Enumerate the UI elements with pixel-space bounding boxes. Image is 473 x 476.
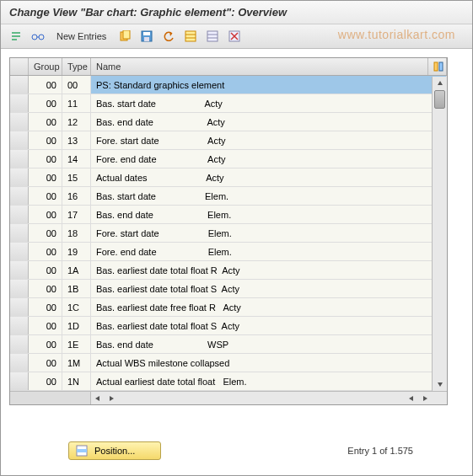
cell-group: 00 xyxy=(29,261,62,279)
row-selector[interactable] xyxy=(10,335,29,353)
vertical-scrollbar[interactable] xyxy=(432,77,447,391)
scroll-left-icon[interactable] xyxy=(91,392,105,404)
scroll-right-end-icon[interactable] xyxy=(418,392,432,404)
svg-rect-3 xyxy=(123,30,130,39)
cell-group: 00 xyxy=(29,335,62,353)
cell-name: Bas. earliest date total float S Acty xyxy=(91,280,447,297)
svg-point-0 xyxy=(32,35,37,40)
table-row[interactable]: 0019Fore. end date Elem. xyxy=(10,243,447,261)
cell-group: 00 xyxy=(29,372,62,390)
deselect-icon[interactable] xyxy=(204,28,221,45)
cell-name: Bas. end date Acty xyxy=(91,113,447,131)
cell-type: 1A xyxy=(62,261,91,279)
table-row[interactable]: 0018Fore. start date Elem. xyxy=(10,224,447,243)
cell-group: 00 xyxy=(29,168,62,186)
cell-group: 00 xyxy=(29,354,62,372)
footer-bar: Position... Entry 1 of 1.575 xyxy=(1,441,472,460)
data-table: Group Type Name 0000PS: Standard graphic… xyxy=(9,57,448,405)
position-button[interactable]: Position... xyxy=(68,441,161,460)
column-group[interactable]: Group xyxy=(29,58,62,75)
scroll-left-end-icon[interactable] xyxy=(405,392,418,404)
horizontal-scrollbar[interactable] xyxy=(10,391,447,404)
row-selector[interactable] xyxy=(10,113,29,131)
row-selector[interactable] xyxy=(10,354,29,372)
svg-point-1 xyxy=(39,35,44,40)
header-bar: Change View "Bar chart: Graphic element"… xyxy=(1,1,472,24)
svg-rect-13 xyxy=(77,449,87,452)
column-selector[interactable] xyxy=(10,58,29,75)
row-selector[interactable] xyxy=(10,317,29,334)
row-selector[interactable] xyxy=(10,94,29,112)
cell-name: Bas. earliest date total float R Acty xyxy=(91,261,447,279)
cell-name: Fore. start date Acty xyxy=(91,131,447,149)
table-row[interactable]: 0011Bas. start date Acty xyxy=(10,94,447,113)
toggle-icon[interactable] xyxy=(8,28,24,45)
column-type[interactable]: Type xyxy=(62,58,91,75)
table-row[interactable]: 0016Bas. start date Elem. xyxy=(10,187,447,206)
cell-name: Bas. end date WSP xyxy=(91,335,447,353)
cell-group: 00 xyxy=(29,317,62,334)
select-all-icon[interactable] xyxy=(182,28,199,45)
new-entries-button[interactable]: New Entries xyxy=(51,29,111,43)
cell-type: 00 xyxy=(62,76,91,94)
glasses-icon[interactable] xyxy=(30,28,46,45)
row-selector[interactable] xyxy=(10,280,29,297)
entry-count-text: Entry 1 of 1.575 xyxy=(347,446,413,456)
row-selector[interactable] xyxy=(10,76,29,94)
configure-columns-icon[interactable] xyxy=(428,58,447,75)
scroll-right-icon[interactable] xyxy=(105,392,118,404)
table-row[interactable]: 001NActual earliest date total float Ele… xyxy=(10,372,447,391)
cell-type: 14 xyxy=(62,150,91,168)
delete-icon[interactable] xyxy=(226,28,243,45)
save-icon[interactable] xyxy=(138,28,155,45)
row-selector[interactable] xyxy=(10,131,29,149)
row-selector[interactable] xyxy=(10,206,29,223)
scroll-thumb[interactable] xyxy=(434,90,445,109)
table-row[interactable]: 0014Fore. end date Acty xyxy=(10,150,447,168)
table-row[interactable]: 0000PS: Standard graphics element xyxy=(10,76,447,94)
row-selector[interactable] xyxy=(10,224,29,242)
row-selector[interactable] xyxy=(10,243,29,260)
table-row[interactable]: 001ABas. earliest date total float R Act… xyxy=(10,261,447,280)
row-selector[interactable] xyxy=(10,261,29,279)
cell-type: 15 xyxy=(62,168,91,186)
table-row[interactable]: 001BBas. earliest date total float S Act… xyxy=(10,280,447,298)
cell-type: 1M xyxy=(62,354,91,372)
row-selector[interactable] xyxy=(10,372,29,390)
table-row[interactable]: 001MActual WBS milestone collapsed xyxy=(10,354,447,372)
column-name[interactable]: Name xyxy=(91,58,428,75)
cell-type: 1C xyxy=(62,298,91,316)
cell-type: 1D xyxy=(62,317,91,334)
table-row[interactable]: 0015Actual dates Acty xyxy=(10,168,447,187)
table-row[interactable]: 0017Bas. end date Elem. xyxy=(10,206,447,224)
cell-name: Bas. start date Elem. xyxy=(91,187,447,205)
cell-name: Actual earliest date total float Elem. xyxy=(91,372,447,390)
cell-type: 12 xyxy=(62,113,91,131)
table-row[interactable]: 001CBas. earliest date free float R Acty xyxy=(10,298,447,317)
table-row[interactable]: 0012Bas. end date Acty xyxy=(10,113,447,131)
scroll-up-icon[interactable] xyxy=(433,77,447,90)
cell-type: 18 xyxy=(62,224,91,242)
cell-type: 19 xyxy=(62,243,91,260)
row-selector[interactable] xyxy=(10,298,29,316)
table-row[interactable]: 0013Fore. start date Acty xyxy=(10,131,447,150)
scroll-down-icon[interactable] xyxy=(433,377,447,391)
cell-type: 16 xyxy=(62,187,91,205)
scroll-track[interactable] xyxy=(433,90,447,377)
cell-name: Fore. end date Acty xyxy=(91,150,447,168)
undo-icon[interactable] xyxy=(160,28,177,45)
cell-name: Actual WBS milestone collapsed xyxy=(91,354,447,372)
watermark-text: www.tutorialkart.com xyxy=(338,28,455,41)
row-selector[interactable] xyxy=(10,150,29,168)
svg-rect-6 xyxy=(144,37,149,41)
row-selector[interactable] xyxy=(10,168,29,186)
cell-group: 00 xyxy=(29,76,62,94)
row-selector[interactable] xyxy=(10,187,29,205)
table-row[interactable]: 001EBas. end date WSP xyxy=(10,335,447,354)
table-row[interactable]: 001DBas. earliest date total float S Act… xyxy=(10,317,447,335)
cell-name: Bas. earliest date free float R Acty xyxy=(91,298,447,316)
svg-rect-7 xyxy=(185,31,196,41)
table-header-row: Group Type Name xyxy=(10,58,447,76)
copy-icon[interactable] xyxy=(116,28,133,45)
cell-group: 00 xyxy=(29,131,62,149)
